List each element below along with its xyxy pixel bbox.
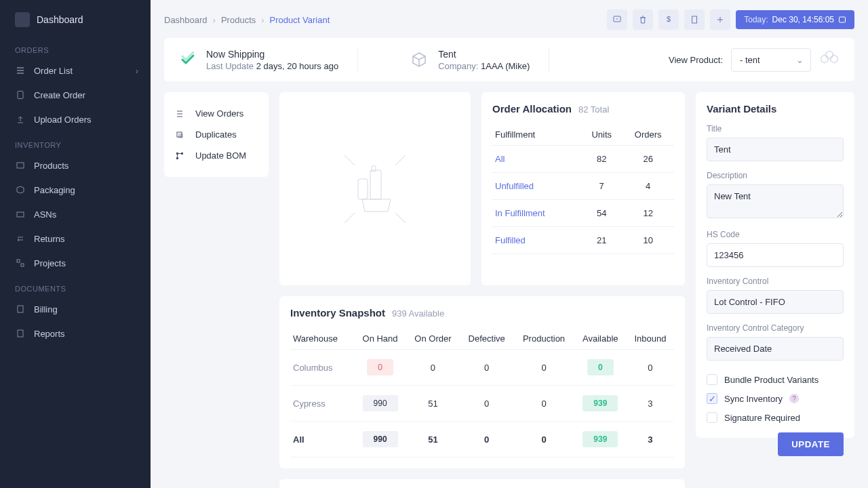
action-label: Update BOM (195, 150, 246, 161)
col-header: Inbound (627, 328, 674, 350)
status-title: Now Shipping (206, 49, 338, 60)
document-button[interactable] (684, 9, 705, 30)
sidebar-item-label: Packaging (34, 185, 75, 195)
date-pill[interactable]: Today: Dec 30, 14:56:05 (736, 10, 854, 29)
cell: 54 (581, 200, 622, 227)
sidebar-item-packaging[interactable]: Packaging (0, 178, 151, 202)
svg-rect-16 (358, 179, 368, 199)
badge: 939 (583, 431, 618, 447)
ic-label: Inventory Control (707, 277, 844, 286)
col-header: Units (581, 124, 622, 146)
hs-input[interactable] (707, 243, 844, 267)
update-button[interactable]: UPDATE (778, 432, 844, 456)
svg-rect-14 (181, 152, 183, 155)
view-orders-action[interactable]: View Orders (175, 103, 258, 124)
fulfillment-link[interactable]: Unfulfilled (492, 173, 581, 200)
divider (549, 47, 549, 72)
title-input[interactable] (707, 138, 844, 161)
table-row: Fulfilled2110 (492, 227, 674, 254)
table-row: Columbus 0000 00 (290, 350, 674, 386)
warehouse-cell: Cypress (290, 386, 354, 422)
package-icon (15, 184, 26, 195)
sidebar-item-order-list[interactable]: Order List › (0, 58, 151, 83)
action-label: Duplicates (195, 129, 237, 140)
svg-rect-12 (178, 134, 183, 138)
checkbox-icon (707, 412, 717, 423)
today-label: Today: (744, 15, 768, 24)
reports-icon (15, 328, 26, 339)
sidebar-item-billing[interactable]: Billing (0, 297, 151, 321)
breadcrumb-item[interactable]: Products (221, 15, 256, 25)
details-card: Variant Details Title Description HS Cod… (696, 92, 854, 438)
help-icon[interactable]: ? (789, 394, 799, 403)
table-row: In Fulfillment5412 (492, 200, 674, 227)
checkbox-icon (707, 374, 717, 385)
list-icon (175, 109, 186, 119)
description-label: Description (707, 171, 844, 180)
box-icon (15, 160, 26, 171)
svg-rect-10 (840, 17, 846, 22)
fulfillment-link[interactable]: Fulfilled (492, 227, 581, 254)
product-select[interactable]: - tent ⌄ (731, 48, 811, 72)
sidebar-item-asns[interactable]: ASNs (0, 202, 151, 226)
returns-icon (15, 233, 26, 244)
cell: 26 (622, 146, 674, 173)
breadcrumb-item[interactable]: Dashboard (164, 15, 208, 25)
company-name: Company: 1AAA (Mike) (438, 61, 530, 71)
delete-button[interactable] (633, 9, 653, 30)
snapshot-title: Inventory Snapshot (290, 307, 385, 319)
update-bom-action[interactable]: Update BOM (175, 145, 258, 166)
asn-icon (15, 209, 26, 220)
duplicates-action[interactable]: Duplicates (175, 124, 258, 145)
list-icon (15, 65, 26, 76)
sidebar-item-label: Order List (34, 66, 73, 76)
cell: 4 (622, 173, 674, 200)
sidebar-item-reports[interactable]: Reports (0, 321, 151, 346)
bundle-checkbox[interactable]: Bundle Product Variants (707, 370, 844, 389)
sidebar-item-products[interactable]: Products (0, 153, 151, 178)
brand[interactable]: Dashboard (0, 12, 151, 37)
sidebar-item-create-order[interactable]: Create Order (0, 83, 151, 107)
price-button[interactable]: $ (658, 9, 679, 30)
sidebar-section-orders: ORDERS (0, 37, 151, 58)
cell: 12 (622, 200, 674, 227)
add-button[interactable] (710, 9, 730, 30)
calendar-icon (838, 16, 846, 24)
chevron-right-icon: › (136, 66, 138, 76)
col-header: On Hand (354, 328, 406, 350)
sidebar-item-label: Upload Orders (34, 115, 92, 125)
breadcrumb-current: Product Variant (270, 15, 330, 25)
sidebar-item-projects[interactable]: Projects (0, 251, 151, 275)
action-label: View Orders (195, 108, 243, 119)
topbar: Dashboard › Products › Product Variant $… (151, 0, 868, 38)
ic-select[interactable]: Lot Control - FIFO (707, 290, 844, 314)
brand-label: Dashboard (37, 14, 83, 25)
icc-label: Inventory Control Category (707, 323, 844, 333)
sidebar-item-label: Returns (34, 234, 65, 244)
sidebar-item-upload-orders[interactable]: Upload Orders (0, 107, 151, 131)
table-row: All8226 (492, 146, 674, 173)
signature-checkbox[interactable]: Signature Required (707, 408, 844, 427)
svg-rect-1 (17, 163, 24, 168)
allocation-title: Order Allocation (492, 103, 572, 115)
divider (357, 47, 358, 72)
allocation-card: Order Allocation 82 Total Fulfillment Un… (481, 92, 685, 285)
brand-logo (15, 12, 30, 27)
svg-rect-5 (18, 306, 23, 312)
cubes-icon[interactable] (819, 51, 840, 68)
cell: 7 (581, 173, 622, 200)
fulfillment-link[interactable]: All (492, 146, 581, 173)
upload-icon (15, 114, 26, 125)
checkbox-label: Bundle Product Variants (724, 375, 818, 385)
sync-checkbox[interactable]: ✓ Sync Inventory ? (707, 389, 844, 408)
badge: 939 (583, 395, 618, 411)
sidebar-item-returns[interactable]: Returns (0, 226, 151, 251)
comment-button[interactable] (607, 9, 627, 30)
col-header: Fulfillment (492, 124, 581, 146)
fulfillment-link[interactable]: In Fulfillment (492, 200, 581, 227)
icc-select[interactable]: Received Date (707, 337, 844, 361)
snapshot-table: WarehouseOn HandOn OrderDefectiveProduct… (290, 328, 674, 458)
today-value: Dec 30, 14:56:05 (772, 15, 834, 24)
breadcrumb: Dashboard › Products › Product Variant (164, 15, 330, 25)
description-input[interactable] (707, 184, 844, 218)
